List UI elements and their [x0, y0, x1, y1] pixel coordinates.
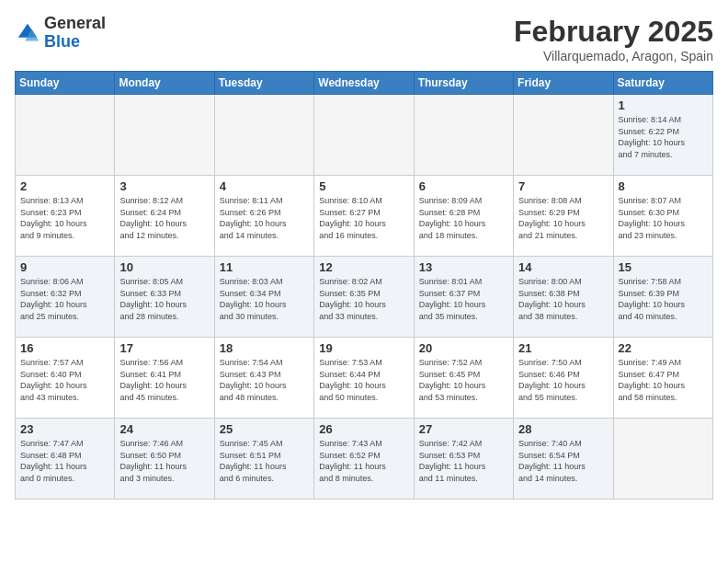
calendar-cell: 9Sunrise: 8:06 AM Sunset: 6:32 PM Daylig… — [16, 257, 115, 338]
day-number: 8 — [619, 179, 708, 193]
calendar-cell — [214, 95, 313, 176]
calendar-week-row: 1Sunrise: 8:14 AM Sunset: 6:22 PM Daylig… — [16, 95, 713, 176]
day-number: 28 — [518, 422, 608, 436]
day-number: 1 — [619, 98, 708, 112]
day-info: Sunrise: 7:57 AM Sunset: 6:40 PM Dayligh… — [20, 357, 109, 403]
calendar-cell — [514, 95, 613, 176]
calendar-cell: 14Sunrise: 8:00 AM Sunset: 6:38 PM Dayli… — [514, 257, 613, 338]
calendar-cell: 3Sunrise: 8:12 AM Sunset: 6:24 PM Daylig… — [115, 176, 214, 257]
calendar-cell — [613, 419, 712, 500]
day-info: Sunrise: 8:13 AM Sunset: 6:23 PM Dayligh… — [20, 195, 109, 241]
calendar-cell: 22Sunrise: 7:49 AM Sunset: 6:47 PM Dayli… — [613, 338, 712, 419]
day-info: Sunrise: 7:42 AM Sunset: 6:53 PM Dayligh… — [419, 438, 508, 484]
location-subtitle: Villarquemado, Aragon, Spain — [514, 49, 713, 63]
calendar-cell: 21Sunrise: 7:50 AM Sunset: 6:46 PM Dayli… — [514, 338, 613, 419]
day-number: 6 — [419, 179, 508, 193]
day-info: Sunrise: 8:05 AM Sunset: 6:33 PM Dayligh… — [119, 276, 209, 322]
day-number: 7 — [518, 179, 608, 193]
day-number: 26 — [319, 422, 408, 436]
day-number: 5 — [319, 179, 408, 193]
day-info: Sunrise: 8:10 AM Sunset: 6:27 PM Dayligh… — [319, 195, 408, 241]
day-info: Sunrise: 7:54 AM Sunset: 6:43 PM Dayligh… — [220, 357, 309, 403]
calendar-header-row: SundayMondayTuesdayWednesdayThursdayFrid… — [16, 72, 713, 95]
day-number: 15 — [619, 260, 708, 274]
calendar-cell: 17Sunrise: 7:56 AM Sunset: 6:41 PM Dayli… — [115, 338, 214, 419]
day-info: Sunrise: 7:53 AM Sunset: 6:44 PM Dayligh… — [319, 357, 408, 403]
day-info: Sunrise: 7:49 AM Sunset: 6:47 PM Dayligh… — [619, 357, 708, 403]
day-number: 12 — [319, 260, 408, 274]
logo-icon — [15, 20, 40, 46]
day-number: 21 — [518, 341, 608, 355]
calendar-cell: 10Sunrise: 8:05 AM Sunset: 6:33 PM Dayli… — [115, 257, 214, 338]
calendar-cell: 18Sunrise: 7:54 AM Sunset: 6:43 PM Dayli… — [214, 338, 313, 419]
calendar-cell: 25Sunrise: 7:45 AM Sunset: 6:51 PM Dayli… — [214, 419, 313, 500]
calendar-cell: 2Sunrise: 8:13 AM Sunset: 6:23 PM Daylig… — [16, 176, 115, 257]
day-info: Sunrise: 8:11 AM Sunset: 6:26 PM Dayligh… — [220, 195, 309, 241]
day-number: 3 — [119, 179, 209, 193]
day-number: 19 — [319, 341, 408, 355]
page-header: General Blue February 2025 Villarquemado… — [15, 15, 713, 63]
day-info: Sunrise: 7:47 AM Sunset: 6:48 PM Dayligh… — [20, 438, 109, 484]
calendar-cell: 23Sunrise: 7:47 AM Sunset: 6:48 PM Dayli… — [16, 419, 115, 500]
day-info: Sunrise: 7:58 AM Sunset: 6:39 PM Dayligh… — [619, 276, 708, 322]
logo-blue-text: Blue — [44, 32, 80, 51]
calendar-cell: 15Sunrise: 7:58 AM Sunset: 6:39 PM Dayli… — [613, 257, 712, 338]
calendar-cell: 26Sunrise: 7:43 AM Sunset: 6:52 PM Dayli… — [314, 419, 414, 500]
day-number: 14 — [518, 260, 608, 274]
day-number: 17 — [119, 341, 209, 355]
day-of-week-header: Friday — [514, 72, 613, 95]
day-info: Sunrise: 8:02 AM Sunset: 6:35 PM Dayligh… — [319, 276, 408, 322]
calendar-cell: 6Sunrise: 8:09 AM Sunset: 6:28 PM Daylig… — [414, 176, 513, 257]
day-of-week-header: Saturday — [613, 72, 712, 95]
day-number: 13 — [419, 260, 508, 274]
calendar-cell: 12Sunrise: 8:02 AM Sunset: 6:35 PM Dayli… — [314, 257, 414, 338]
day-info: Sunrise: 7:46 AM Sunset: 6:50 PM Dayligh… — [119, 438, 209, 484]
day-number: 27 — [419, 422, 508, 436]
calendar-cell: 11Sunrise: 8:03 AM Sunset: 6:34 PM Dayli… — [214, 257, 313, 338]
day-info: Sunrise: 8:00 AM Sunset: 6:38 PM Dayligh… — [518, 276, 608, 322]
day-info: Sunrise: 7:52 AM Sunset: 6:45 PM Dayligh… — [419, 357, 508, 403]
calendar-cell: 8Sunrise: 8:07 AM Sunset: 6:30 PM Daylig… — [613, 176, 712, 257]
day-of-week-header: Thursday — [414, 72, 513, 95]
day-info: Sunrise: 8:03 AM Sunset: 6:34 PM Dayligh… — [220, 276, 309, 322]
day-info: Sunrise: 7:40 AM Sunset: 6:54 PM Dayligh… — [518, 438, 608, 484]
day-number: 18 — [220, 341, 309, 355]
calendar-cell: 1Sunrise: 8:14 AM Sunset: 6:22 PM Daylig… — [613, 95, 712, 176]
calendar-cell: 5Sunrise: 8:10 AM Sunset: 6:27 PM Daylig… — [314, 176, 414, 257]
day-info: Sunrise: 8:06 AM Sunset: 6:32 PM Dayligh… — [20, 276, 109, 322]
day-info: Sunrise: 7:43 AM Sunset: 6:52 PM Dayligh… — [319, 438, 408, 484]
calendar-cell: 27Sunrise: 7:42 AM Sunset: 6:53 PM Dayli… — [414, 419, 513, 500]
day-number: 24 — [119, 422, 209, 436]
day-number: 9 — [20, 260, 109, 274]
day-of-week-header: Sunday — [16, 72, 115, 95]
day-number: 16 — [20, 341, 109, 355]
day-number: 4 — [220, 179, 309, 193]
calendar-week-row: 9Sunrise: 8:06 AM Sunset: 6:32 PM Daylig… — [16, 257, 713, 338]
logo: General Blue — [15, 15, 106, 52]
day-info: Sunrise: 8:07 AM Sunset: 6:30 PM Dayligh… — [619, 195, 708, 241]
day-info: Sunrise: 8:12 AM Sunset: 6:24 PM Dayligh… — [119, 195, 209, 241]
calendar-week-row: 2Sunrise: 8:13 AM Sunset: 6:23 PM Daylig… — [16, 176, 713, 257]
day-of-week-header: Wednesday — [314, 72, 414, 95]
day-number: 22 — [619, 341, 708, 355]
day-number: 10 — [119, 260, 209, 274]
calendar-cell: 4Sunrise: 8:11 AM Sunset: 6:26 PM Daylig… — [214, 176, 313, 257]
calendar-table: SundayMondayTuesdayWednesdayThursdayFrid… — [15, 71, 713, 500]
calendar-cell: 28Sunrise: 7:40 AM Sunset: 6:54 PM Dayli… — [514, 419, 613, 500]
calendar-cell: 7Sunrise: 8:08 AM Sunset: 6:29 PM Daylig… — [514, 176, 613, 257]
title-block: February 2025 Villarquemado, Aragon, Spa… — [514, 15, 713, 63]
month-year-title: February 2025 — [514, 15, 713, 49]
day-info: Sunrise: 7:50 AM Sunset: 6:46 PM Dayligh… — [518, 357, 608, 403]
day-of-week-header: Tuesday — [214, 72, 313, 95]
day-number: 11 — [220, 260, 309, 274]
calendar-cell — [414, 95, 513, 176]
day-number: 23 — [20, 422, 109, 436]
calendar-cell: 19Sunrise: 7:53 AM Sunset: 6:44 PM Dayli… — [314, 338, 414, 419]
logo-general-text: General — [44, 14, 106, 32]
calendar-week-row: 16Sunrise: 7:57 AM Sunset: 6:40 PM Dayli… — [16, 338, 713, 419]
calendar-cell: 24Sunrise: 7:46 AM Sunset: 6:50 PM Dayli… — [115, 419, 214, 500]
day-info: Sunrise: 8:08 AM Sunset: 6:29 PM Dayligh… — [518, 195, 608, 241]
day-number: 20 — [419, 341, 508, 355]
calendar-cell — [115, 95, 214, 176]
calendar-week-row: 23Sunrise: 7:47 AM Sunset: 6:48 PM Dayli… — [16, 419, 713, 500]
